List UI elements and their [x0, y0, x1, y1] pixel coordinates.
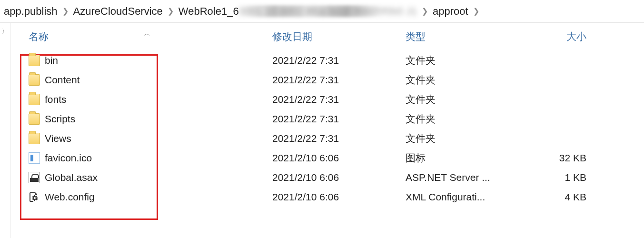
file-name: Scripts	[45, 113, 75, 125]
file-size: 1 KB	[525, 172, 601, 183]
breadcrumb-item-approot[interactable]: approot	[433, 5, 468, 18]
column-header-name[interactable]: 名称 ︿	[20, 30, 272, 43]
column-header-date[interactable]: 修改日期	[272, 30, 406, 43]
folder-icon	[29, 55, 40, 66]
chevron-right-icon: ❯	[473, 7, 479, 16]
file-name: Global.asax	[45, 172, 98, 183]
breadcrumb[interactable]: app.publish ❯ AzureCloudService ❯ WebRol…	[0, 0, 644, 23]
file-date: 2021/2/10 6:06	[272, 172, 406, 183]
file-date: 2021/2/22 7:31	[272, 113, 406, 125]
file-name: bin	[45, 55, 58, 66]
file-type: 图标	[406, 151, 525, 165]
chevron-right-icon: ❯	[168, 7, 174, 16]
file-type: 文件夹	[406, 73, 525, 87]
nav-pane-collapsed[interactable]: 〉	[0, 23, 10, 238]
file-date: 2021/2/10 6:06	[272, 152, 406, 164]
file-name: Web.config	[45, 191, 95, 203]
config-file-icon	[29, 191, 40, 203]
file-row[interactable]: fonts2021/2/22 7:31文件夹	[20, 89, 644, 109]
folder-icon	[29, 133, 40, 144]
breadcrumb-item-app-publish[interactable]: app.publish	[4, 5, 58, 18]
file-type: XML Configurati...	[406, 191, 525, 203]
folder-icon	[29, 74, 40, 86]
breadcrumb-webrole1-prefix: WebRole1_6	[178, 5, 239, 17]
sort-ascending-icon: ︿	[144, 30, 150, 38]
file-row[interactable]: Views2021/2/22 7:31文件夹	[20, 129, 644, 148]
file-type: ASP.NET Server ...	[406, 172, 525, 183]
file-date: 2021/2/22 7:31	[272, 94, 406, 105]
file-row[interactable]: Content2021/2/22 7:31文件夹	[20, 70, 644, 89]
file-name: fonts	[45, 94, 67, 105]
file-row[interactable]: Scripts2021/2/22 7:31文件夹	[20, 109, 644, 129]
file-row[interactable]: bin2021/2/22 7:31文件夹	[20, 50, 644, 70]
file-date: 2021/2/10 6:06	[272, 191, 406, 203]
file-row[interactable]: Web.config2021/2/10 6:06XML Configurati.…	[20, 187, 644, 207]
file-name: favicon.ico	[45, 152, 92, 164]
file-type: 文件夹	[406, 112, 525, 126]
file-size: 4 KB	[525, 191, 601, 203]
column-header-type[interactable]: 类型	[406, 30, 525, 43]
file-type: 文件夹	[406, 54, 525, 67]
chevron-right-icon: ❯	[422, 7, 428, 16]
chevron-right-icon: ❯	[62, 7, 69, 16]
file-date: 2021/2/22 7:31	[272, 133, 406, 144]
breadcrumb-item-webrole1[interactable]: WebRole1_60001 10 dd02 4fca bccd 8bb05f0…	[178, 5, 417, 18]
column-headers: 名称 ︿ 修改日期 类型 大小	[20, 23, 644, 50]
breadcrumb-webrole1-obscured: 0001 10 dd02 4fca bccd 8bb05f0b0 J1	[239, 5, 417, 17]
chevron-right-icon: 〉	[2, 28, 8, 36]
file-date: 2021/2/22 7:31	[272, 74, 406, 86]
column-header-name-label: 名称	[29, 30, 49, 43]
breadcrumb-item-azurecloudservice[interactable]: AzureCloudService	[73, 5, 163, 18]
asax-file-icon	[29, 172, 40, 183]
file-row[interactable]: favicon.ico2021/2/10 6:06图标32 KB	[20, 148, 644, 168]
file-list-pane: 名称 ︿ 修改日期 类型 大小 bin2021/2/22 7:31文件夹Cont…	[10, 23, 644, 238]
file-type: 文件夹	[406, 93, 525, 106]
ico-file-icon	[29, 152, 40, 164]
file-name: Views	[45, 133, 71, 144]
column-header-size[interactable]: 大小	[525, 30, 601, 43]
file-row[interactable]: Global.asax2021/2/10 6:06ASP.NET Server …	[20, 168, 644, 187]
file-type: 文件夹	[406, 132, 525, 145]
file-name: Content	[45, 74, 80, 86]
folder-icon	[29, 94, 40, 105]
file-date: 2021/2/22 7:31	[272, 55, 406, 66]
file-size: 32 KB	[525, 152, 601, 164]
folder-icon	[29, 113, 40, 125]
